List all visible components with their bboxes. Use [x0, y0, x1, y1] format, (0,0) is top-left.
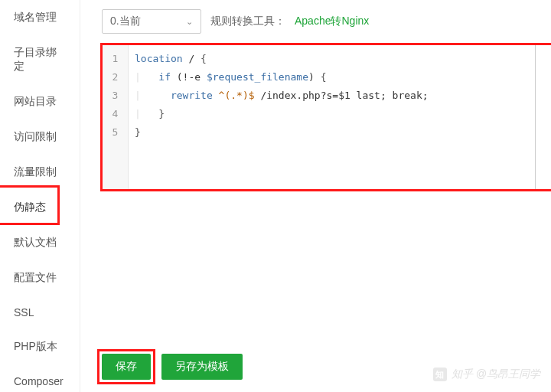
sidebar-item-6[interactable]: 默认文档 — [0, 225, 80, 260]
line-number: 1 — [103, 50, 128, 68]
button-row: 保存 另存为模板 — [102, 354, 243, 380]
line-number: 5 — [103, 123, 128, 142]
rule-select[interactable]: 0.当前 ⌄ — [102, 9, 201, 34]
chevron-down-icon: ⌄ — [186, 17, 193, 27]
line-gutter: 12345 — [103, 45, 129, 189]
line-number: 2 — [103, 68, 128, 87]
sidebar-item-4[interactable]: 流量限制 — [0, 155, 80, 190]
watermark: 知 知乎 @鸟昂王同学 — [433, 368, 540, 381]
code-line: | } — [135, 105, 529, 123]
sidebar-item-1[interactable]: 子目录绑定 — [0, 35, 80, 84]
line-number: 4 — [103, 105, 128, 123]
code-area[interactable]: location / {| if (!-e $request_filename)… — [129, 45, 535, 189]
main-panel: 0.当前 ⌄ 规则转换工具： Apache转Nginx 12345 locati… — [80, 0, 551, 392]
convert-link[interactable]: Apache转Nginx — [295, 15, 369, 28]
code-editor[interactable]: 12345 location / {| if (!-e $request_fil… — [102, 44, 536, 190]
sidebar-item-9[interactable]: PHP版本 — [0, 329, 80, 364]
zhihu-icon: 知 — [433, 368, 447, 381]
code-line: location / { — [135, 50, 529, 68]
code-line: | rewrite ^(.*)$ /index.php?s=$1 last; b… — [135, 87, 529, 105]
sidebar: 域名管理子目录绑定网站目录访问限制流量限制伪静态默认文档配置文件SSLPHP版本… — [0, 0, 80, 392]
sidebar-item-2[interactable]: 网站目录 — [0, 84, 80, 119]
sidebar-item-0[interactable]: 域名管理 — [0, 0, 80, 35]
sidebar-item-7[interactable]: 配置文件 — [0, 260, 80, 296]
sidebar-item-10[interactable]: Composer — [0, 364, 80, 392]
save-button[interactable]: 保存 — [102, 354, 151, 380]
save-as-button[interactable]: 另存为模板 — [161, 354, 243, 380]
code-line: | if (!-e $request_filename) { — [135, 68, 529, 87]
top-row: 0.当前 ⌄ 规则转换工具： Apache转Nginx — [102, 9, 536, 34]
line-number: 3 — [103, 87, 128, 105]
select-value: 0.当前 — [110, 15, 141, 28]
sidebar-item-8[interactable]: SSL — [0, 296, 80, 329]
watermark-text: 知乎 @鸟昂王同学 — [452, 368, 540, 381]
sidebar-item-3[interactable]: 访问限制 — [0, 119, 80, 155]
convert-label: 规则转换工具： — [210, 15, 285, 28]
code-line: } — [135, 123, 529, 142]
sidebar-item-5[interactable]: 伪静态 — [0, 190, 80, 225]
